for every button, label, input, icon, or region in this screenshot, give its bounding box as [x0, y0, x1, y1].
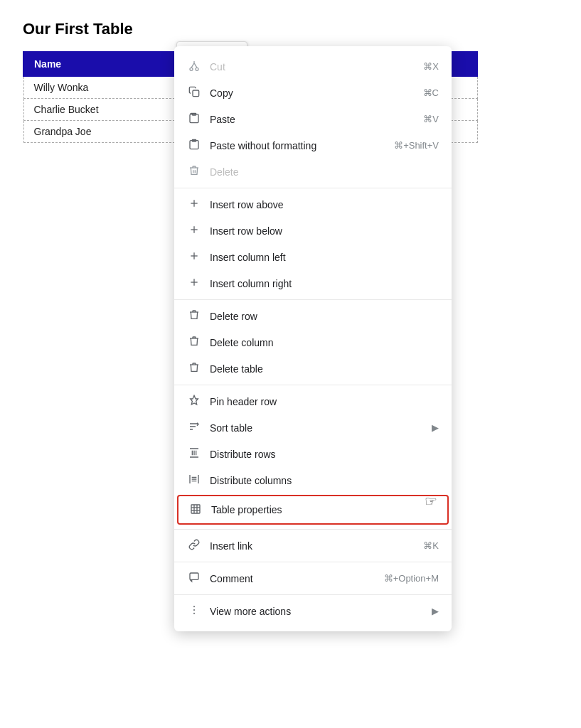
view-more-arrow: ▶ — [432, 606, 439, 616]
menu-item-delete-row[interactable]: Delete row — [174, 303, 452, 329]
paste-no-format-shortcut: ⌘+Shift+V — [394, 140, 439, 151]
paste-icon — [187, 112, 201, 126]
context-menu: Cut⌘XCopy⌘CPaste⌘VPaste without formatti… — [174, 46, 452, 631]
menu-item-copy[interactable]: Copy⌘C — [174, 80, 452, 106]
menu-section-0: Cut⌘XCopy⌘CPaste⌘VPaste without formatti… — [174, 50, 452, 188]
menu-item-paste-no-format[interactable]: Paste without formatting⌘+Shift+V — [174, 132, 452, 159]
cell-name-1: Willy Wonka — [23, 76, 175, 99]
menu-item-comment[interactable]: Comment⌘+Option+M — [174, 565, 452, 592]
table-header-name: Name — [23, 52, 175, 76]
menu-item-insert-row-below[interactable]: Insert row below — [174, 218, 452, 244]
menu-section-3: Pin header rowSort table▶Distribute rows… — [174, 385, 452, 530]
menu-item-insert-link[interactable]: Insert link⌘K — [174, 532, 452, 559]
cell-name-3: Grandpa Joe — [23, 121, 175, 143]
menu-item-delete: Delete — [174, 159, 452, 185]
copy-shortcut: ⌘C — [423, 87, 439, 98]
copy-icon — [187, 86, 201, 100]
menu-section-4: Insert link⌘K — [174, 530, 452, 562]
svg-rect-2 — [193, 90, 199, 97]
paste-shortcut: ⌘V — [423, 114, 439, 124]
menu-item-delete-column[interactable]: Delete column — [174, 329, 452, 355]
view-more-label: View more actions — [210, 606, 423, 617]
distribute-rows-icon — [187, 447, 201, 461]
svg-point-1 — [196, 68, 198, 70]
svg-point-0 — [190, 68, 193, 70]
menu-item-insert-col-right[interactable]: Insert column right — [174, 270, 452, 296]
menu-section-2: Delete rowDelete columnDelete table — [174, 300, 452, 385]
insert-link-label: Insert link — [210, 540, 415, 552]
pin-header-icon — [187, 395, 201, 408]
cut-label: Cut — [210, 61, 415, 73]
svg-point-22 — [193, 609, 195, 611]
svg-point-23 — [193, 613, 195, 614]
cursor-pointer: ☞ — [425, 493, 437, 510]
cut-icon — [187, 60, 201, 73]
insert-col-left-label: Insert column left — [210, 252, 439, 263]
insert-col-right-icon — [187, 277, 201, 290]
copy-label: Copy — [210, 87, 415, 99]
insert-row-above-icon — [187, 198, 201, 211]
sort-table-arrow: ▶ — [432, 422, 439, 433]
menu-section-6: View more actions▶ — [174, 595, 452, 627]
paste-label: Paste — [210, 114, 415, 125]
insert-col-left-icon — [187, 250, 201, 264]
sort-table-label: Sort table — [210, 422, 423, 434]
menu-item-sort-table[interactable]: Sort table▶ — [174, 414, 452, 441]
paste-no-format-icon — [187, 139, 201, 152]
svg-rect-15 — [191, 505, 200, 513]
cut-shortcut: ⌘X — [423, 61, 439, 72]
distribute-columns-label: Distribute columns — [210, 475, 439, 486]
menu-item-paste[interactable]: Paste⌘V — [174, 106, 452, 132]
cell-name-2: Charlie Bucket — [23, 99, 175, 121]
distribute-columns-icon — [187, 473, 201, 487]
delete-table-icon — [187, 362, 201, 375]
page-title: Our First Table — [0, 0, 581, 50]
svg-rect-20 — [190, 573, 198, 579]
paste-no-format-label: Paste without formatting — [210, 140, 385, 151]
insert-row-below-icon — [187, 224, 201, 237]
delete-row-label: Delete row — [210, 311, 439, 322]
menu-item-delete-table[interactable]: Delete table — [174, 355, 452, 382]
pin-header-label: Pin header row — [210, 396, 439, 407]
menu-item-insert-col-left[interactable]: Insert column left — [174, 244, 452, 270]
comment-label: Comment — [210, 573, 375, 584]
delete-table-label: Delete table — [210, 363, 439, 375]
menu-item-table-properties[interactable]: Table properties☞ — [177, 495, 449, 525]
insert-row-below-label: Insert row below — [210, 225, 439, 237]
svg-point-21 — [193, 606, 195, 607]
menu-item-pin-header[interactable]: Pin header row — [174, 388, 452, 414]
delete-column-icon — [187, 336, 201, 349]
sort-table-icon — [187, 421, 201, 434]
menu-section-5: Comment⌘+Option+M — [174, 562, 452, 595]
menu-item-distribute-rows[interactable]: Distribute rows — [174, 441, 452, 467]
menu-item-view-more[interactable]: View more actions▶ — [174, 598, 452, 624]
delete-column-label: Delete column — [210, 337, 439, 348]
insert-link-shortcut: ⌘K — [423, 540, 439, 551]
table-properties-icon — [188, 503, 203, 517]
view-more-icon — [187, 604, 201, 618]
comment-shortcut: ⌘+Option+M — [384, 573, 439, 584]
menu-item-distribute-columns[interactable]: Distribute columns — [174, 467, 452, 493]
menu-item-insert-row-above[interactable]: Insert row above — [174, 191, 452, 218]
insert-col-right-label: Insert column right — [210, 278, 439, 289]
distribute-rows-label: Distribute rows — [210, 449, 439, 460]
delete-row-icon — [187, 309, 201, 323]
delete-icon — [187, 165, 201, 178]
insert-link-icon — [187, 539, 201, 552]
table-properties-label: Table properties — [211, 504, 410, 515]
comment-icon — [187, 572, 201, 585]
delete-label: Delete — [210, 166, 439, 178]
menu-section-1: Insert row aboveInsert row belowInsert c… — [174, 188, 452, 300]
menu-item-cut: Cut⌘X — [174, 53, 452, 80]
insert-row-above-label: Insert row above — [210, 199, 439, 210]
